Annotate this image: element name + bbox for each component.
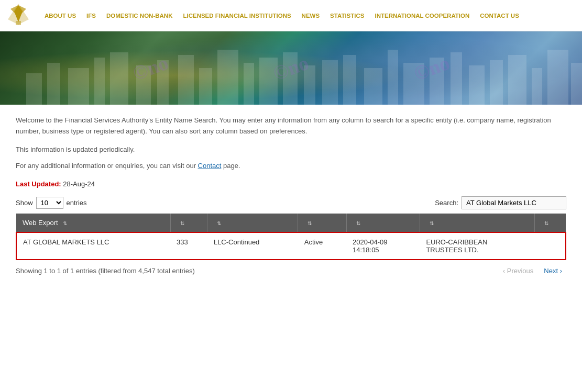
sort-icon-col3: ⇅ [217,220,221,226]
svg-rect-24 [430,58,444,105]
sort-icon-col6: ⇅ [430,220,434,226]
svg-rect-6 [47,63,60,105]
hero-image: ©no ©no ©no [0,31,582,105]
entries-select[interactable]: 10 25 50 100 [36,197,63,209]
table-footer: Showing 1 to 1 of 1 entries (filtered fr… [16,265,566,276]
data-table: Web Export ⇅ ⇅ ⇅ ⇅ ⇅ ⇅ [16,214,566,260]
svg-rect-10 [136,65,151,105]
svg-rect-13 [199,68,212,105]
table-controls: Show 10 25 50 100 entries Search: [16,196,566,209]
search-input[interactable] [462,196,566,209]
svg-rect-31 [571,63,582,105]
cell-type: LLC-Continued [207,232,298,260]
show-entries-control: Show 10 25 50 100 entries [16,197,87,209]
last-updated-value: 28-Aug-24 [63,180,95,188]
sort-icon-col5: ⇅ [356,220,360,226]
svg-rect-29 [532,68,542,105]
nav-licensed-fi[interactable]: LICENSED FINANCIAL INSTITUTIONS [178,13,296,19]
cell-date: 2020-04-0914:18:05 [346,232,420,260]
col-6[interactable]: ⇅ [420,214,534,232]
nav-ifs[interactable]: IFS [81,13,101,19]
svg-rect-7 [68,68,89,105]
search-label: Search: [435,199,458,207]
contact-paragraph: For any additional information or enquir… [16,162,566,170]
cell-extra [534,232,566,260]
cell-name: AT GLOBAL MARKETS LLC [16,232,170,260]
logo[interactable] [5,1,34,30]
update-notice: This information is updated periodically… [16,145,566,153]
table-body: AT GLOBAL MARKETS LLC 333 LLC-Continued … [16,232,566,260]
svg-rect-17 [283,52,298,105]
svg-rect-25 [451,52,462,105]
svg-rect-20 [343,55,356,105]
nav-domestic-non-bank[interactable]: DOMESTIC NON-BANK [101,13,178,19]
previous-button[interactable]: ‹ Previous [499,265,538,276]
svg-rect-14 [217,50,238,105]
col-7[interactable]: ⇅ [534,214,566,232]
svg-rect-26 [469,65,485,105]
svg-rect-11 [157,60,169,105]
entries-label: entries [67,199,87,207]
sort-icon-col7: ⇅ [544,220,548,226]
svg-rect-21 [364,68,382,105]
svg-rect-16 [259,58,278,105]
show-label: Show [16,199,33,207]
intro-paragraph: Welcome to the Financial Services Author… [16,115,566,137]
svg-rect-19 [322,60,338,105]
last-updated: Last Updated: 28-Aug-24 [16,180,566,188]
last-updated-label: Last Updated: [16,180,61,188]
col-3[interactable]: ⇅ [207,214,298,232]
col-5[interactable]: ⇅ [346,214,420,232]
cell-agent: EURO-CARIBBEANTRUSTEES LTD. [420,232,534,260]
cell-status: Active [298,232,346,260]
sort-icon-col2: ⇅ [180,220,184,226]
contact-link[interactable]: Contact [198,162,222,170]
showing-entries: Showing 1 to 1 of 1 entries (filtered fr… [16,267,195,275]
nav-news[interactable]: NEWS [297,13,325,19]
pagination: ‹ Previous Next › [499,265,566,276]
svg-rect-5 [26,73,42,105]
svg-rect-8 [94,58,105,105]
svg-rect-30 [547,50,568,105]
svg-rect-9 [110,52,128,105]
col-4[interactable]: ⇅ [298,214,346,232]
nav-contact-us[interactable]: CONTACT US [475,13,524,19]
search-box: Search: [435,196,566,209]
main-content: Welcome to the Financial Services Author… [0,105,582,287]
table-row: AT GLOBAL MARKETS LLC 333 LLC-Continued … [16,232,566,260]
svg-rect-22 [388,50,398,105]
navigation: ABOUT US IFS DOMESTIC NON-BANK LICENSED … [0,0,582,31]
svg-rect-12 [178,55,194,105]
nav-intl-coop[interactable]: INTERNATIONAL COOPERATION [370,13,475,19]
next-button[interactable]: Next › [540,265,566,276]
svg-rect-27 [490,60,503,105]
col-web-export[interactable]: Web Export ⇅ [16,214,170,232]
col-2[interactable]: ⇅ [170,214,207,232]
svg-rect-23 [403,63,424,105]
table-header: Web Export ⇅ ⇅ ⇅ ⇅ ⇅ ⇅ [16,214,566,232]
svg-rect-4 [16,21,21,25]
svg-rect-18 [304,65,315,105]
nav-links: ABOUT US IFS DOMESTIC NON-BANK LICENSED … [39,13,577,19]
nav-statistics[interactable]: STATISTICS [325,13,369,19]
nav-about-us[interactable]: ABOUT US [39,13,81,19]
svg-rect-28 [508,55,526,105]
sort-icon-col1: ⇅ [63,220,67,226]
cell-reg-num: 333 [170,232,207,260]
svg-rect-15 [244,63,254,105]
sort-icon-col4: ⇅ [308,220,312,226]
